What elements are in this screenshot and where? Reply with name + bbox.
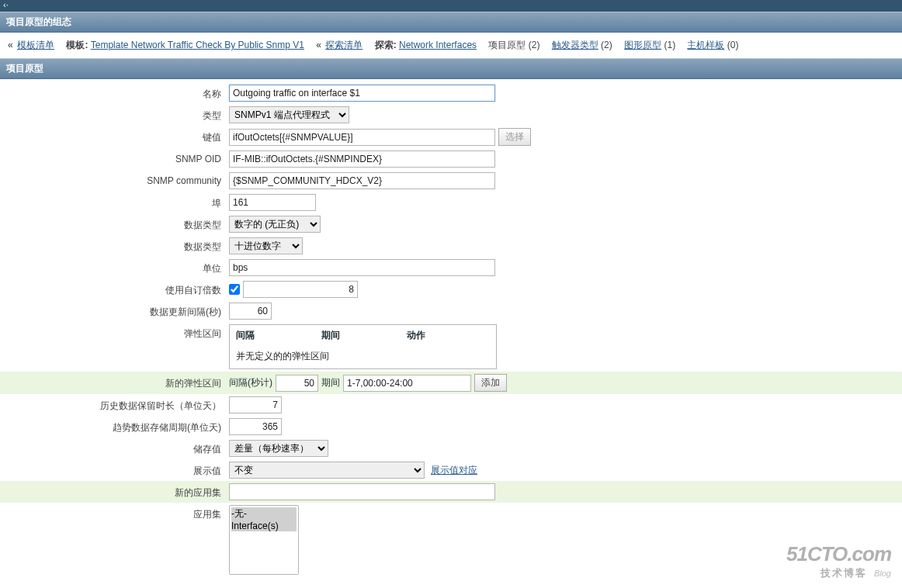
display-value-select[interactable]: 不变	[229, 462, 425, 479]
trend-input[interactable]	[229, 418, 282, 435]
bc-item-proto-count: (2)	[529, 40, 540, 50]
top-navbar: ‹·	[0, 0, 902, 12]
new-app-set-input[interactable]	[229, 483, 495, 500]
add-interval-button[interactable]: 添加	[474, 374, 507, 392]
new-period-label: 期间	[321, 376, 340, 389]
app-set-select[interactable]: -无- Interface(s)	[229, 505, 299, 575]
bc-template-link[interactable]: Template Network Traffic Check By Public…	[91, 40, 304, 50]
port-input[interactable]	[229, 194, 316, 211]
label-trend: 趋势数据存储周期(单位天)	[0, 418, 229, 434]
label-data-type-1: 数据类型	[0, 216, 229, 232]
label-update-interval: 数据更新间隔(秒)	[0, 303, 229, 319]
history-input[interactable]	[229, 396, 282, 413]
label-multiplier: 使用自订倍数	[0, 281, 229, 297]
label-display-value: 展示值	[0, 462, 229, 478]
label-snmp-oid: SNMP OID	[0, 150, 229, 164]
label-history: 历史数据保留时长（单位天）	[0, 396, 229, 413]
breadcrumb: « 模板清单 模板: Template Network Traffic Chec…	[0, 33, 902, 58]
bc-trigger-proto[interactable]: 触发器类型	[552, 40, 598, 50]
store-value-select[interactable]: 差量（每秒速率）	[229, 440, 328, 457]
page-header-1: 项目原型的组态	[0, 12, 902, 33]
display-value-mapping-link[interactable]: 展示值对应	[428, 464, 477, 477]
multiplier-value-input[interactable]	[243, 281, 358, 298]
label-unit: 单位	[0, 259, 229, 275]
data-type-1-select[interactable]: 数字的 (无正负)	[229, 216, 321, 233]
bc-item-proto: 项目原型	[488, 40, 526, 50]
page-header-2: 项目原型	[0, 58, 902, 79]
bc-explore-list[interactable]: 探索清单	[325, 40, 363, 50]
laquo-icon-2: «	[316, 40, 321, 50]
unit-input[interactable]	[229, 259, 495, 276]
app-option-none[interactable]: -无-	[231, 507, 297, 521]
label-snmp-community: SNMP community	[0, 172, 229, 186]
bc-graph-proto[interactable]: 图形原型	[624, 40, 661, 50]
label-elastic-interval: 弹性区间	[0, 324, 229, 341]
bc-graph-proto-count: (1)	[664, 40, 675, 50]
elastic-col-action: 动作	[407, 329, 425, 342]
label-store-value: 储存值	[0, 440, 229, 456]
elastic-col-period: 期间	[321, 329, 407, 342]
form-area: 名称 类型 SNMPv1 端点代理程式 键值 选择 SNMP OID SNMP …	[0, 82, 902, 577]
name-input[interactable]	[229, 85, 495, 102]
bc-trigger-proto-count: (2)	[601, 40, 612, 50]
key-input[interactable]	[229, 129, 495, 146]
elastic-col-interval: 间隔	[236, 329, 321, 342]
label-name: 名称	[0, 85, 229, 101]
bc-host-proto-count: (0)	[727, 40, 739, 50]
select-key-button[interactable]: 选择	[498, 128, 531, 146]
label-app-set: 应用集	[0, 505, 229, 521]
bc-host-proto[interactable]: 主机样板	[687, 40, 724, 50]
label-new-elastic: 新的弹性区间	[0, 374, 229, 390]
multiplier-checkbox[interactable]	[229, 284, 240, 295]
elastic-intervals-box: 间隔 期间 动作 并无定义的的弹性区间	[229, 324, 497, 369]
laquo-icon: «	[8, 40, 13, 50]
snmp-oid-input[interactable]	[229, 150, 495, 168]
label-type: 类型	[0, 106, 229, 123]
data-type-2-select[interactable]: 十进位数字	[229, 237, 303, 254]
bc-template-label: 模板:	[66, 40, 88, 50]
elastic-empty-text: 并无定义的的弹性区间	[236, 342, 490, 365]
label-data-type-2: 数据类型	[0, 237, 229, 254]
label-port: 埠	[0, 194, 229, 210]
type-select[interactable]: SNMPv1 端点代理程式	[229, 106, 349, 123]
bc-template-list[interactable]: 模板清单	[17, 40, 54, 50]
snmp-community-input[interactable]	[229, 172, 495, 189]
update-interval-input[interactable]	[229, 303, 272, 320]
new-interval-input[interactable]	[276, 375, 318, 392]
bc-explore-link[interactable]: Network Interfaces	[399, 40, 477, 50]
new-period-input[interactable]	[343, 375, 471, 392]
label-new-app-set: 新的应用集	[0, 483, 229, 500]
app-option-interfaces[interactable]: Interface(s)	[231, 521, 297, 531]
bc-explore-label: 探索:	[375, 40, 397, 50]
new-interval-label: 间隔(秒计)	[229, 376, 272, 389]
label-key: 键值	[0, 128, 229, 144]
